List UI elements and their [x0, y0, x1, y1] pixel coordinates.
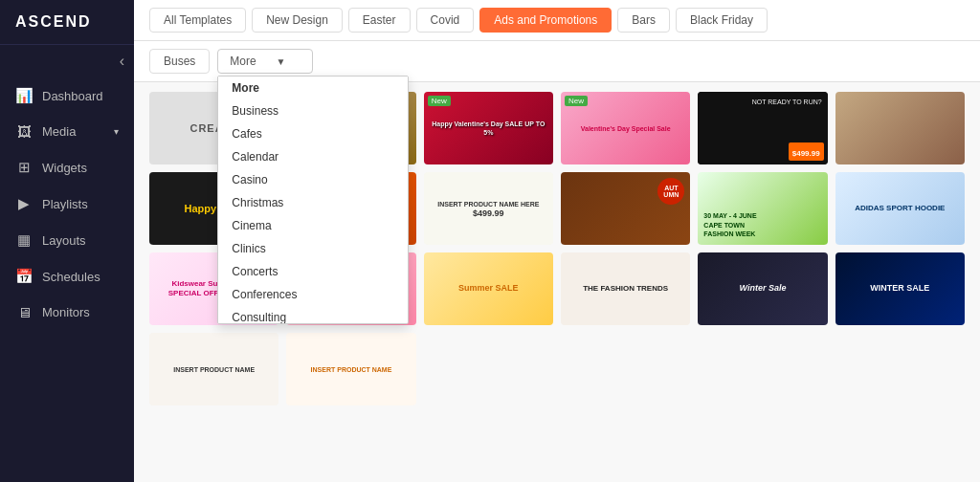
- shoe-text: NOT READY TO RUN?: [752, 98, 822, 106]
- winter-sale2-text: WINTER SALE: [870, 283, 929, 295]
- filter-buses-btn[interactable]: Buses: [149, 49, 210, 74]
- widgets-icon: ⊞: [15, 159, 33, 176]
- dropdown-item-business[interactable]: Business: [218, 99, 408, 122]
- dropdown-item-conferences[interactable]: Conferences: [218, 283, 408, 306]
- template-card-adidas[interactable]: ADIDAS SPORT HOODIE: [835, 172, 965, 245]
- playlists-icon: ▶: [15, 195, 33, 212]
- layouts-icon: ▦: [15, 231, 33, 249]
- product1-price: $499.99: [473, 208, 504, 218]
- tab-black-friday[interactable]: Black Friday: [676, 8, 768, 33]
- template-card-fashion1[interactable]: [835, 92, 965, 164]
- monitors-icon: 🖥: [15, 304, 33, 320]
- dropdown-item-calendar[interactable]: Calendar: [218, 145, 408, 168]
- sidebar-item-layouts[interactable]: ▦ Layouts: [0, 222, 134, 258]
- template-card-valentine[interactable]: New Happy Valentine's Day SALE UP TO 5%: [424, 92, 553, 164]
- sidebar-item-label: Dashboard: [42, 89, 103, 103]
- schedules-icon: 📅: [15, 268, 33, 285]
- summer-sale-text: Summer SALE: [458, 283, 519, 295]
- tab-covid[interactable]: Covid: [416, 8, 475, 33]
- template-card-autumn[interactable]: AUT UMN: [561, 172, 690, 245]
- template-card-capetown[interactable]: 30 MAY - 4 JUNECAPE TOWNFASHION WEEK: [698, 172, 827, 245]
- template-card-winter-sale2[interactable]: WINTER SALE: [835, 252, 965, 325]
- filter-row: Buses More ▼ More Business Cafes Calenda…: [134, 41, 980, 82]
- sidebar-item-monitors[interactable]: 🖥 Monitors: [0, 295, 134, 330]
- valentine-text: Happy Valentine's Day SALE UP TO 5%: [428, 120, 549, 137]
- template-card-product-name1[interactable]: INSERT PRODUCT NAME: [149, 333, 278, 405]
- sidebar-item-label: Widgets: [42, 161, 87, 175]
- dropdown-item-consulting[interactable]: Consulting: [218, 306, 408, 324]
- dropdown-item-clinics[interactable]: Clinics: [218, 237, 408, 260]
- sidebar-item-label: Schedules: [42, 270, 100, 284]
- tab-bars[interactable]: Bars: [617, 8, 670, 33]
- sidebar-item-label: Playlists: [42, 197, 88, 211]
- sidebar: ASCEND ‹ 📊 Dashboard 🖼 Media ▾ ⊞ Widgets…: [0, 0, 134, 482]
- template-card-valentine2[interactable]: New Valentine's Day Special Sale: [561, 92, 690, 164]
- winter-sale1-text: Winter Sale: [740, 283, 787, 295]
- dropdown-item-more[interactable]: More: [218, 77, 408, 99]
- sidebar-logo: ASCEND: [0, 0, 134, 45]
- top-tabs-bar: All Templates New Design Easter Covid Ad…: [134, 0, 980, 41]
- template-card-winter-sale1[interactable]: Winter Sale: [698, 252, 827, 325]
- sidebar-item-playlists[interactable]: ▶ Playlists: [0, 186, 134, 222]
- sidebar-item-schedules[interactable]: 📅 Schedules: [0, 258, 134, 295]
- sidebar-item-media[interactable]: 🖼 Media ▾: [0, 114, 134, 149]
- template-card-fashion-trends[interactable]: THE FASHION TRENDS: [561, 252, 690, 325]
- dropdown-item-cafes[interactable]: Cafes: [218, 122, 408, 145]
- template-card-summer-sale[interactable]: Summer SALE: [424, 252, 553, 325]
- dropdown-item-casino[interactable]: Casino: [218, 168, 408, 191]
- more-dropdown-label: More: [230, 55, 256, 68]
- sidebar-collapse-btn[interactable]: ‹: [0, 45, 134, 77]
- sidebar-item-widgets[interactable]: ⊞ Widgets: [0, 149, 134, 186]
- fashion-trends-text: THE FASHION TRENDS: [583, 284, 668, 294]
- more-dropdown-trigger[interactable]: More ▼: [217, 49, 313, 74]
- template-card-product1[interactable]: INSERT PRODUCT NAME HERE $499.99: [424, 172, 553, 245]
- autumn-text: AUT UMN: [657, 185, 684, 198]
- chevron-down-icon: ▼: [276, 56, 285, 67]
- tab-all-templates[interactable]: All Templates: [149, 8, 246, 33]
- product-name1-text: INSERT PRODUCT NAME: [173, 365, 255, 374]
- sidebar-item-label: Media: [42, 124, 76, 139]
- adidas-text: ADIDAS SPORT HOODIE: [855, 204, 945, 213]
- product1-text: INSERT PRODUCT NAME HERE: [437, 200, 539, 208]
- tab-ads-promotions[interactable]: Ads and Promotions: [479, 8, 612, 33]
- main-content: All Templates New Design Easter Covid Ad…: [134, 0, 980, 482]
- dropdown-item-christmas[interactable]: Christmas: [218, 191, 408, 214]
- dropdown-item-concerts[interactable]: Concerts: [218, 260, 408, 283]
- dropdown-item-cinema[interactable]: Cinema: [218, 214, 408, 237]
- sidebar-item-dashboard[interactable]: 📊 Dashboard: [0, 77, 134, 114]
- tab-easter[interactable]: Easter: [348, 8, 411, 33]
- valentine2-text: Valentine's Day Special Sale: [581, 124, 671, 133]
- shoe-price: $499.99: [792, 149, 820, 158]
- more-dropdown[interactable]: More ▼ More Business Cafes Calendar Casi…: [217, 49, 313, 74]
- template-card-shoe[interactable]: NOT READY TO RUN? $499.99: [698, 92, 827, 164]
- sidebar-item-label: Monitors: [42, 305, 90, 319]
- sidebar-item-label: Layouts: [42, 233, 86, 248]
- more-dropdown-menu: More Business Cafes Calendar Casino Chri…: [217, 76, 409, 324]
- collapse-icon[interactable]: ‹: [120, 53, 124, 70]
- chevron-down-icon: ▾: [114, 126, 119, 137]
- product-name2-text: INSERT PRODUCT NAME: [311, 365, 392, 374]
- template-card-product-name2[interactable]: INSERT PRODUCT NAME: [286, 333, 415, 405]
- capetown-text: 30 MAY - 4 JUNECAPE TOWNFASHION WEEK: [703, 211, 756, 239]
- dashboard-icon: 📊: [15, 87, 33, 104]
- tab-new-design[interactable]: New Design: [252, 8, 343, 33]
- media-icon: 🖼: [15, 123, 33, 140]
